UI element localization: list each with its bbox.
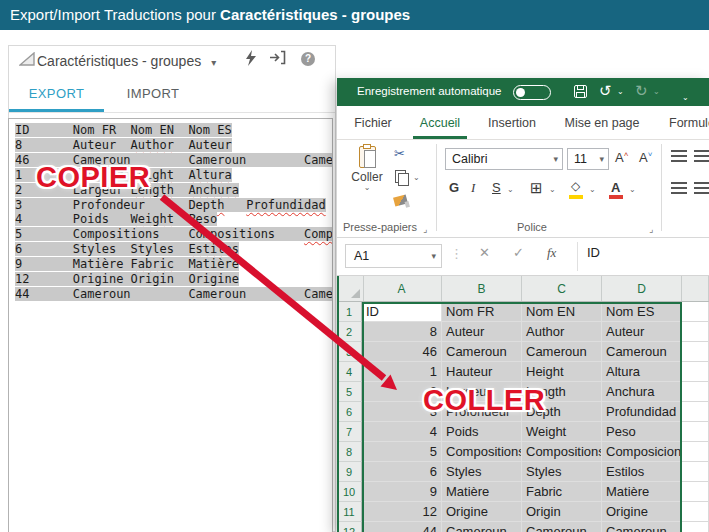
cell-A12[interactable]: 44 <box>362 522 442 532</box>
ribbon-tab-formules[interactable]: Formules <box>669 106 709 139</box>
column-header-extra[interactable] <box>682 276 709 301</box>
cell-A1[interactable]: ID <box>362 302 442 322</box>
refresh-button[interactable] <box>241 50 261 70</box>
tab-import[interactable]: IMPORT <box>113 74 193 112</box>
cell-D2[interactable]: Auteur <box>602 322 682 342</box>
borders-icon[interactable]: ⊞ <box>530 179 543 197</box>
cell-E9[interactable] <box>682 462 709 482</box>
cell-C4[interactable]: Height <box>522 362 602 382</box>
borders-chevron-icon[interactable]: ⌄ <box>549 186 556 194</box>
row-number[interactable]: 12 <box>337 522 362 532</box>
italic-button[interactable]: I <box>471 180 475 196</box>
row-number[interactable]: 1 <box>337 302 362 322</box>
copy-icon[interactable] <box>395 170 406 183</box>
redo-chevron-icon[interactable]: ⌄ <box>653 87 660 96</box>
insert-function-icon[interactable]: fx <box>547 245 556 261</box>
cell-E1[interactable] <box>682 302 709 322</box>
export-action-button[interactable] <box>267 50 287 70</box>
row-number[interactable]: 6 <box>337 402 362 422</box>
align-left-icon[interactable] <box>671 182 687 194</box>
name-box[interactable]: A1▾ <box>345 244 442 268</box>
decrease-font-icon[interactable]: A˅ <box>639 150 652 165</box>
cell-A7[interactable]: 4 <box>362 422 442 442</box>
cell-A9[interactable]: 6 <box>362 462 442 482</box>
cell-D4[interactable]: Altura <box>602 362 682 382</box>
save-icon[interactable] <box>574 85 587 98</box>
cell-C9[interactable]: Styles <box>522 462 602 482</box>
select-all-corner[interactable] <box>339 276 364 301</box>
font-dialog-launcher-icon[interactable]: ⌟ <box>649 224 653 234</box>
row-number[interactable]: 11 <box>337 502 362 522</box>
copy-chevron-icon[interactable]: ⌄ <box>413 174 420 182</box>
cell-A3[interactable]: 46 <box>362 342 442 362</box>
align-top-icon[interactable] <box>671 150 687 162</box>
cell-D9[interactable]: Estilos <box>602 462 682 482</box>
cell-D10[interactable]: Matière <box>602 482 682 502</box>
help-icon[interactable]: ? <box>301 52 315 66</box>
bold-button[interactable]: G <box>449 180 459 195</box>
cell-B12[interactable]: Cameroun <box>442 522 522 532</box>
fill-color-icon[interactable]: ◇ <box>571 179 580 193</box>
ribbon-tab-fichier[interactable]: Fichier <box>350 106 396 139</box>
cell-D1[interactable]: Nom ES <box>602 302 682 322</box>
paste-button[interactable]: Coller ⌄ <box>345 144 389 222</box>
row-number[interactable]: 3 <box>337 342 362 362</box>
cut-icon[interactable]: ✂ <box>394 146 405 161</box>
cell-E7[interactable] <box>682 422 709 442</box>
cell-B2[interactable]: Auteur <box>442 322 522 342</box>
entity-selector[interactable]: Caractéristiques - groupes▾ <box>37 50 216 72</box>
cell-B4[interactable]: Hauteur <box>442 362 522 382</box>
row-number[interactable]: 5 <box>337 382 362 402</box>
underline-chevron-icon[interactable]: ⌄ <box>507 186 514 194</box>
ribbon-tab-insertion[interactable]: Insertion <box>483 106 541 139</box>
ribbon-tab-accueil[interactable]: Accueil <box>413 106 467 139</box>
cell-A11[interactable]: 12 <box>362 502 442 522</box>
cell-E8[interactable] <box>682 442 709 462</box>
cell-A4[interactable]: 1 <box>362 362 442 382</box>
row-number[interactable]: 9 <box>337 462 362 482</box>
row-number[interactable]: 2 <box>337 322 362 342</box>
cell-B3[interactable]: Cameroun <box>442 342 522 362</box>
font-size-select[interactable]: 11▾ <box>567 148 609 170</box>
increase-font-icon[interactable]: A˄ <box>615 150 628 165</box>
cell-D3[interactable]: Cameroun <box>602 342 682 362</box>
cell-E12[interactable] <box>682 522 709 532</box>
fill-chevron-icon[interactable]: ⌄ <box>589 186 596 194</box>
cell-C10[interactable]: Fabric <box>522 482 602 502</box>
formula-input[interactable]: ID <box>587 245 600 260</box>
cell-E4[interactable] <box>682 362 709 382</box>
cell-C1[interactable]: Nom EN <box>522 302 602 322</box>
cell-C2[interactable]: Author <box>522 322 602 342</box>
quick-access-options-icon[interactable]: ⌄ <box>682 86 693 104</box>
cell-B1[interactable]: Nom FR <box>442 302 522 322</box>
cell-A10[interactable]: 9 <box>362 482 442 502</box>
font-color-icon[interactable]: A <box>611 180 620 195</box>
cell-B7[interactable]: Poids <box>442 422 522 442</box>
cell-C3[interactable]: Cameroun <box>522 342 602 362</box>
cell-E2[interactable] <box>682 322 709 342</box>
underline-button[interactable]: S <box>492 180 501 195</box>
cell-E11[interactable] <box>682 502 709 522</box>
ribbon-tab-mise-en-page[interactable]: Mise en page <box>557 106 647 139</box>
enter-icon[interactable]: ✓ <box>513 245 524 260</box>
cell-D7[interactable]: Peso <box>602 422 682 442</box>
cell-B9[interactable]: Styles <box>442 462 522 482</box>
column-header-D[interactable]: D <box>602 276 682 301</box>
cell-E10[interactable] <box>682 482 709 502</box>
cell-B8[interactable]: Compositions <box>442 442 522 462</box>
tab-export[interactable]: EXPORT <box>9 74 104 112</box>
cell-D5[interactable]: Anchura <box>602 382 682 402</box>
align-middle-icon[interactable] <box>694 150 709 162</box>
cell-C7[interactable]: Weight <box>522 422 602 442</box>
column-header-C[interactable]: C <box>522 276 602 301</box>
column-header-B[interactable]: B <box>442 276 522 301</box>
cell-C8[interactable]: Compositions <box>522 442 602 462</box>
cell-D6[interactable]: Profundidad <box>602 402 682 422</box>
cell-C12[interactable]: Cameroun <box>522 522 602 532</box>
align-center-icon[interactable] <box>694 182 709 194</box>
cell-C11[interactable]: Origin <box>522 502 602 522</box>
cell-D8[interactable]: Composiciones <box>602 442 682 462</box>
autosave-toggle[interactable] <box>513 85 551 100</box>
row-number[interactable]: 8 <box>337 442 362 462</box>
undo-chevron-icon[interactable]: ⌄ <box>617 87 624 96</box>
